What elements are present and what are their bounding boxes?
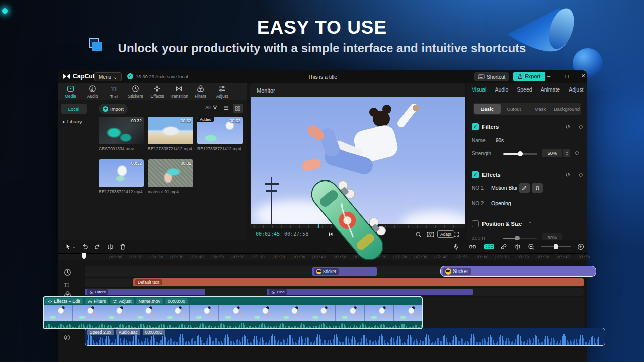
pause-button[interactable] [356, 230, 366, 238]
filter-all-dropdown[interactable]: All [205, 105, 218, 110]
keyframe-icon[interactable]: ◇ [579, 171, 583, 178]
ruler-label: |01:00 [230, 255, 244, 259]
ruler-label: |02:20 [393, 255, 407, 259]
link-icon[interactable] [499, 243, 508, 251]
shortcut-button[interactable]: Shortcut [474, 72, 509, 81]
media-tab-effects[interactable]: Effects [146, 83, 168, 100]
maximize-button[interactable]: ▢ [562, 74, 571, 79]
timeline-ruler[interactable]: |00:00|00:10|00:20|00:30|00:40|00:50|01:… [58, 253, 587, 260]
strength-stepper[interactable]: ▲▼ [564, 149, 570, 157]
export-button[interactable]: Export [513, 72, 545, 81]
effects-section-header: ✓ Effects ↺ ◇ [467, 171, 587, 179]
media-item[interactable]: 00:32 RE127838721412.mp4 [99, 159, 144, 194]
keyboard-icon [478, 74, 485, 79]
preview-icon[interactable] [483, 243, 495, 251]
text-track-icon[interactable]: TI [64, 280, 69, 289]
delete-effect-button[interactable] [532, 183, 543, 193]
audio-clip[interactable]: Speed 2.0xAudio.aac00:00:00 [85, 328, 605, 346]
media-thumbnail[interactable]: 00:32 [99, 159, 144, 187]
trash-tool-icon[interactable] [118, 243, 127, 251]
sidebar-item-local[interactable]: Local [61, 104, 87, 114]
media-thumbnail[interactable]: 00:32 [99, 117, 144, 144]
redo-tool-icon[interactable] [93, 243, 102, 251]
segment-mask[interactable]: Mask [527, 104, 554, 114]
media-item[interactable]: 00:32 CRST001334.mov [99, 117, 144, 151]
position-size-checkbox[interactable] [472, 220, 479, 227]
monitor-scrubber[interactable] [254, 225, 461, 228]
list-view-button[interactable] [221, 104, 231, 113]
grid-view-button[interactable] [233, 104, 243, 113]
minimize-button[interactable]: – [545, 73, 553, 79]
inspector-tab-speed[interactable]: Speed [517, 86, 532, 93]
import-button[interactable]: +Import [99, 104, 128, 114]
keyframe-icon[interactable]: ◇ [575, 149, 579, 156]
media-tab-transition[interactable]: Transition [168, 83, 190, 100]
frame-back-button[interactable] [342, 230, 352, 238]
zoomout-icon[interactable] [527, 243, 536, 251]
overlay-chip-row: Effects – EditFiltersAdjustName.mov00:00… [44, 297, 422, 305]
media-tab-adjust[interactable]: Adjust [211, 83, 233, 100]
ruler-label: |03:40 [555, 255, 570, 259]
segment-basic[interactable]: Basic [474, 104, 501, 114]
playhead[interactable] [82, 253, 86, 259]
media-tab-media[interactable]: Media [60, 83, 82, 100]
fullscreen-icon[interactable] [451, 230, 461, 238]
reset-icon[interactable]: ↺ [565, 123, 570, 130]
media-tab-audio[interactable]: Audio [82, 83, 103, 100]
media-tab-stickers[interactable]: Stickers [125, 83, 146, 100]
sticker-clip-selected[interactable]: Sticker [440, 266, 596, 277]
select-tool-icon[interactable]: ⌄ [64, 243, 77, 251]
mic-icon[interactable] [452, 243, 461, 251]
inspector-tab-audio[interactable]: Audio [495, 86, 508, 93]
text-clip[interactable]: Default text [133, 278, 584, 286]
edit-effect-button[interactable] [519, 183, 530, 193]
sticker-clip[interactable]: Sticker [312, 267, 377, 276]
sidebar-item-library[interactable]: ▸Library [63, 119, 82, 124]
selected-clip-overlay[interactable]: Effects – EditFiltersAdjustName.mov00:00… [43, 296, 423, 329]
media-thumbnail[interactable]: 00:32 [148, 117, 193, 144]
zoom-value[interactable]: 50% [542, 233, 562, 240]
media-tab-text[interactable]: TI Text [103, 83, 125, 100]
media-item[interactable]: Added 00:32 RE127838721412.mp4 [197, 117, 243, 151]
media-filename: RE127838721412.mp4 [148, 146, 193, 151]
overlay-frame-thumbnail [219, 305, 248, 321]
effects-checkbox[interactable]: ✓ [472, 171, 479, 178]
overwrite-icon[interactable] [468, 243, 477, 251]
stickers-track-icon[interactable] [64, 268, 71, 278]
overlay-frame-thumbnail [394, 305, 423, 321]
monitor-video[interactable] [251, 97, 465, 224]
split-tool-icon[interactable] [106, 243, 115, 251]
strength-value[interactable]: 50% [542, 149, 562, 157]
inspector-tab-adjust[interactable]: Adjust [569, 86, 583, 93]
filter-clip[interactable]: Pine [267, 289, 473, 295]
ruler-label: |03:20 [515, 255, 529, 259]
reset-icon[interactable]: ↺ [565, 171, 570, 178]
waveform-icon[interactable] [425, 230, 435, 238]
media-item[interactable]: 00:32 RE127838721412.mp4 [148, 117, 193, 151]
collapse-caret-icon[interactable]: ⌃ [528, 221, 532, 226]
filter-clip[interactable]: Filters [85, 289, 205, 295]
media-item[interactable]: 00:32 material 01.mp4 [148, 159, 193, 194]
glow-dot-decoration [2, 8, 8, 14]
zoom-slider[interactable] [503, 238, 537, 239]
magnifier-icon[interactable] [413, 230, 423, 238]
segment-cutout[interactable]: Cutout [501, 104, 527, 114]
duration-badge: 00:32 [131, 161, 142, 166]
media-thumbnail[interactable]: Added 00:32 [197, 117, 243, 144]
skip-start-button[interactable] [326, 230, 336, 238]
zoomin-icon[interactable] [576, 243, 585, 251]
music-track-icon[interactable] [64, 334, 70, 343]
inspector-tab-visual[interactable]: Visual [472, 86, 486, 93]
timeline-zoom-slider[interactable] [541, 246, 571, 247]
close-button[interactable]: ✕ [579, 73, 587, 79]
media-thumbnail[interactable]: 00:32 [148, 159, 193, 187]
splitview-icon[interactable] [513, 243, 522, 251]
inspector-tab-animate[interactable]: Animate [541, 86, 560, 93]
media-icon [67, 85, 74, 93]
filters-checkbox[interactable]: ✓ [472, 123, 479, 130]
strength-slider[interactable] [503, 153, 537, 155]
undo-tool-icon[interactable] [80, 243, 89, 251]
keyframe-icon[interactable]: ◇ [579, 123, 583, 130]
media-tab-filters[interactable]: Filters [190, 83, 211, 100]
segment-background[interactable]: Background [553, 104, 580, 114]
